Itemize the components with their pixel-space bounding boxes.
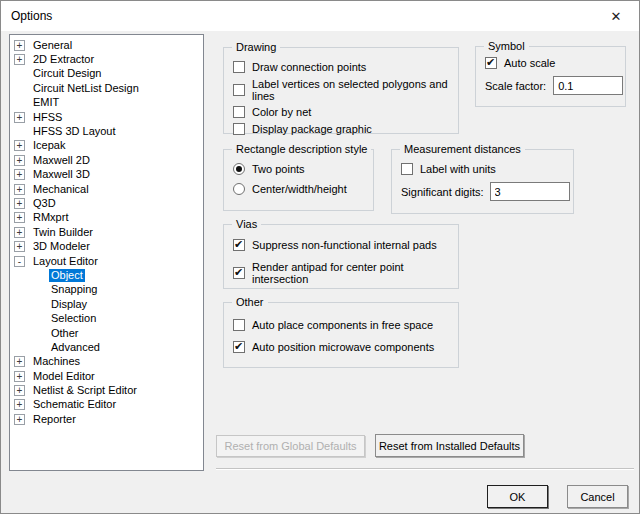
tree-item-display[interactable]: Display xyxy=(10,297,203,311)
tree-item-maxwell-3d[interactable]: +Maxwell 3D xyxy=(10,168,203,182)
tree-item-snapping[interactable]: Snapping xyxy=(10,283,203,297)
expand-icon[interactable]: + xyxy=(14,40,25,51)
checkbox[interactable] xyxy=(401,163,413,175)
checkbox[interactable] xyxy=(233,267,245,279)
expand-icon[interactable]: + xyxy=(14,54,25,65)
tree-item-label[interactable]: Machines xyxy=(31,355,82,368)
checkbox[interactable] xyxy=(233,239,245,251)
tree-item-hfss[interactable]: +HFSS xyxy=(10,110,203,124)
tree-item-label[interactable]: Netlist & Script Editor xyxy=(31,384,139,397)
tree-item-machines[interactable]: +Machines xyxy=(10,355,203,369)
tree-item-label[interactable]: Snapping xyxy=(49,283,100,296)
expand-icon[interactable]: + xyxy=(14,385,25,396)
tree-item-label[interactable]: Model Editor xyxy=(31,370,97,383)
tree-item-other[interactable]: Other xyxy=(10,326,203,340)
radio-row[interactable]: Two points xyxy=(233,163,373,175)
expand-icon[interactable]: + xyxy=(14,155,25,166)
expand-icon[interactable]: + xyxy=(14,184,25,195)
tree-item-3d-modeler[interactable]: +3D Modeler xyxy=(10,239,203,253)
tree-item-label[interactable]: Layout Editor xyxy=(31,255,100,268)
tree-item-label[interactable]: Maxwell 2D xyxy=(31,154,92,167)
label-with-units-row[interactable]: Label with units xyxy=(401,163,573,175)
expand-icon[interactable]: + xyxy=(14,241,25,252)
tree-item-schematic-editor[interactable]: +Schematic Editor xyxy=(10,398,203,412)
expand-icon[interactable]: + xyxy=(14,399,25,410)
tree-item-selection[interactable]: Selection xyxy=(10,311,203,325)
expand-icon[interactable]: + xyxy=(14,112,25,123)
checkbox-row[interactable]: Render antipad for center point intersec… xyxy=(233,261,458,285)
tree-item-maxwell-2d[interactable]: +Maxwell 2D xyxy=(10,153,203,167)
tree-item-reporter[interactable]: +Reporter xyxy=(10,412,203,426)
expand-icon[interactable]: + xyxy=(14,198,25,209)
expand-icon[interactable]: + xyxy=(14,227,25,238)
checkbox[interactable] xyxy=(233,341,245,353)
tree-item-2d-extractor[interactable]: +2D Extractor xyxy=(10,52,203,66)
tree-item-label[interactable]: Reporter xyxy=(31,413,78,426)
expand-icon[interactable]: + xyxy=(14,140,25,151)
tree-item-model-editor[interactable]: +Model Editor xyxy=(10,369,203,383)
tree-item-label[interactable]: Advanced xyxy=(49,341,102,354)
tree-item-label[interactable]: Circuit Design xyxy=(31,67,103,80)
tree-item-hfss-3d-layout[interactable]: HFSS 3D Layout xyxy=(10,124,203,138)
options-tree[interactable]: +General+2D ExtractorCircuit DesignCircu… xyxy=(9,34,204,471)
radio-button[interactable] xyxy=(233,183,245,195)
tree-item-label[interactable]: Display xyxy=(49,298,89,311)
expand-icon[interactable]: + xyxy=(14,212,25,223)
tree-item-label[interactable]: Maxwell 3D xyxy=(31,168,92,181)
close-icon[interactable]: ✕ xyxy=(593,2,639,31)
tree-item-emit[interactable]: EMIT xyxy=(10,96,203,110)
radio-button[interactable] xyxy=(233,163,245,175)
collapse-icon[interactable]: - xyxy=(14,256,25,267)
tree-item-label[interactable]: Schematic Editor xyxy=(31,398,118,411)
expand-icon[interactable]: + xyxy=(14,371,25,382)
tree-item-label[interactable]: Other xyxy=(49,327,81,340)
scale-factor-input[interactable] xyxy=(553,76,623,95)
tree-item-label[interactable]: 2D Extractor xyxy=(31,53,96,66)
tree-item-label[interactable]: HFSS 3D Layout xyxy=(31,125,118,138)
tree-item-label[interactable]: RMxprt xyxy=(31,211,70,224)
tree-item-general[interactable]: +General xyxy=(10,38,203,52)
tree-item-circuit-netlist-design[interactable]: Circuit NetList Design xyxy=(10,81,203,95)
expand-icon[interactable]: + xyxy=(14,414,25,425)
tree-item-icepak[interactable]: +Icepak xyxy=(10,139,203,153)
tree-item-label[interactable]: 3D Modeler xyxy=(31,240,92,253)
checkbox-row[interactable]: Label vertices on selected polygons and … xyxy=(233,78,458,102)
tree-item-mechanical[interactable]: +Mechanical xyxy=(10,182,203,196)
checkbox-row[interactable]: Draw connection points xyxy=(233,61,458,73)
tree-item-label[interactable]: Icepak xyxy=(31,139,67,152)
tree-item-rmxprt[interactable]: +RMxprt xyxy=(10,211,203,225)
checkbox-row[interactable]: Display package graphic xyxy=(233,123,458,135)
tree-item-label[interactable]: Twin Builder xyxy=(31,226,95,239)
tree-item-label[interactable]: EMIT xyxy=(31,96,61,109)
tree-item-label[interactable]: Mechanical xyxy=(31,183,91,196)
checkbox[interactable] xyxy=(233,84,245,96)
tree-item-label[interactable]: Object xyxy=(49,269,85,282)
radio-row[interactable]: Center/width/height xyxy=(233,183,373,195)
checkbox-row[interactable]: Auto position microwave components xyxy=(233,341,458,353)
tree-item-q3d[interactable]: +Q3D xyxy=(10,196,203,210)
tree-item-label[interactable]: HFSS xyxy=(31,111,64,124)
tree-item-twin-builder[interactable]: +Twin Builder xyxy=(10,225,203,239)
tree-item-netlist-script-editor[interactable]: +Netlist & Script Editor xyxy=(10,383,203,397)
ok-button[interactable]: OK xyxy=(487,485,548,508)
checkbox-row[interactable]: Suppress non-functional internal pads xyxy=(233,239,458,251)
checkbox[interactable] xyxy=(233,319,245,331)
tree-item-label[interactable]: Q3D xyxy=(31,197,58,210)
checkbox[interactable] xyxy=(233,61,245,73)
tree-item-label[interactable]: General xyxy=(31,39,74,52)
reset-global-defaults-button[interactable]: Reset from Global Defaults xyxy=(216,435,365,457)
expand-icon[interactable]: + xyxy=(14,169,25,180)
checkbox-row[interactable]: Color by net xyxy=(233,106,458,118)
tree-item-circuit-design[interactable]: Circuit Design xyxy=(10,67,203,81)
tree-item-label[interactable]: Circuit NetList Design xyxy=(31,82,141,95)
reset-installed-defaults-button[interactable]: Reset from Installed Defaults xyxy=(375,434,524,457)
auto-scale-row[interactable]: Auto scale xyxy=(485,57,625,69)
tree-item-object[interactable]: Object xyxy=(10,268,203,282)
tree-item-label[interactable]: Selection xyxy=(49,312,98,325)
checkbox[interactable] xyxy=(233,106,245,118)
tree-item-layout-editor[interactable]: -Layout Editor xyxy=(10,254,203,268)
significant-digits-input[interactable] xyxy=(490,182,570,201)
checkbox[interactable] xyxy=(485,57,497,69)
checkbox[interactable] xyxy=(233,123,245,135)
tree-item-advanced[interactable]: Advanced xyxy=(10,340,203,354)
